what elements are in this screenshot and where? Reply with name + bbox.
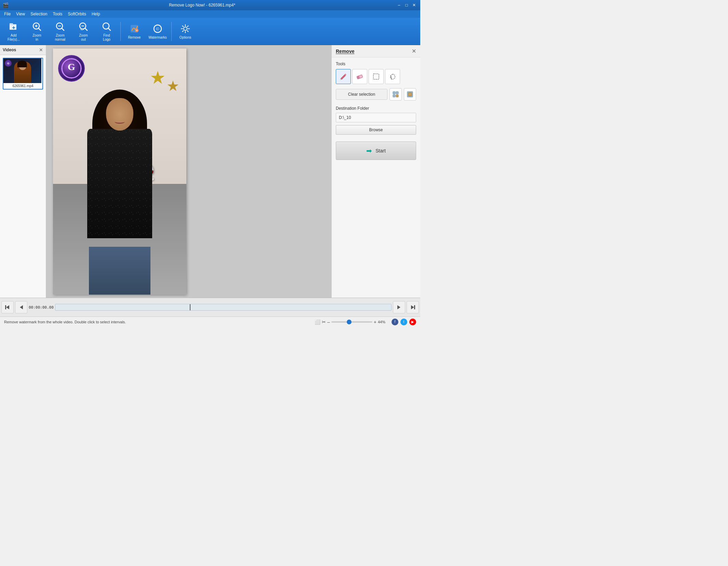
- remove-button[interactable]: Remove: [123, 20, 145, 43]
- maximize-button[interactable]: □: [403, 2, 410, 8]
- options-icon: [180, 23, 191, 34]
- zoom-controls: ⬜ ✂ – + 44%: [315, 319, 389, 325]
- statusbar-right: ⬜ ✂ – + 44% f t ▶: [315, 319, 416, 325]
- timeline-skip-forward-button[interactable]: [407, 301, 419, 313]
- svg-line-12: [85, 28, 87, 30]
- timeline-back-button[interactable]: [15, 301, 27, 313]
- options-button[interactable]: Options: [174, 20, 196, 43]
- destination-folder-input[interactable]: [336, 113, 416, 122]
- remove-panel-close-button[interactable]: ✕: [412, 48, 416, 54]
- tools-row: [336, 69, 416, 84]
- timeline-timecode: 00:00:00.00: [29, 305, 54, 310]
- video-filename: 6265961.mp4: [3, 83, 42, 89]
- zoom-rect-button[interactable]: ✂: [322, 319, 326, 325]
- svg-rect-32: [396, 92, 398, 94]
- svg-rect-41: [414, 305, 415, 309]
- select-mode-1-button[interactable]: [389, 88, 402, 100]
- woman-jeans: [89, 247, 150, 295]
- menu-tools[interactable]: Tools: [50, 11, 65, 17]
- twitter-icon[interactable]: t: [400, 319, 407, 325]
- svg-rect-37: [5, 305, 6, 309]
- zoom-out-label: Zoomout: [79, 33, 88, 42]
- find-logo-label: FindLogo: [103, 33, 110, 42]
- statusbar: Remove watermark from the whole video. D…: [0, 316, 420, 327]
- titlebar: 🎬 Remove Logo Now! - 6265961.mp4* – □ ✕: [0, 0, 420, 10]
- sidebar-title: Videos: [3, 48, 16, 52]
- svg-text:G: G: [68, 61, 75, 72]
- statusbar-left: Remove watermark from the whole video. D…: [4, 320, 126, 324]
- remove-icon: [129, 23, 140, 34]
- zoom-in-icon: [31, 21, 42, 32]
- zoom-selector-button[interactable]: ⬜: [315, 319, 320, 325]
- find-logo-button[interactable]: FindLogo: [96, 20, 118, 43]
- zoom-thumb: [347, 320, 352, 324]
- zoom-out-icon: [78, 21, 89, 32]
- svg-marker-38: [6, 305, 9, 309]
- add-files-icon: [8, 21, 19, 32]
- zoom-out-button[interactable]: Zoomout: [72, 20, 94, 43]
- menu-view[interactable]: View: [13, 11, 28, 17]
- zoom-slider[interactable]: [331, 321, 372, 323]
- remove-panel-title: Remove: [336, 49, 354, 54]
- youtube-icon[interactable]: ▶: [409, 319, 416, 325]
- svg-rect-33: [393, 95, 395, 97]
- svg-rect-0: [10, 24, 16, 30]
- toolbar-separator-2: [171, 22, 172, 41]
- timeline: 00:00:00.00: [0, 298, 420, 316]
- timeline-cursor: [190, 304, 190, 310]
- svg-rect-31: [393, 92, 395, 94]
- close-button[interactable]: ✕: [411, 2, 418, 8]
- video-thumbnail[interactable]: G 6265961.mp4: [3, 58, 43, 90]
- rect-selection-button[interactable]: [369, 69, 384, 84]
- zoom-out-status-button[interactable]: –: [327, 319, 330, 325]
- window-controls: – □ ✕: [396, 2, 418, 8]
- videos-sidebar: Videos ✕ G 6265961.mp4: [0, 45, 46, 298]
- pencil-tool-button[interactable]: [336, 69, 351, 84]
- sidebar-header: Videos ✕: [0, 45, 46, 55]
- sidebar-close-button[interactable]: ✕: [39, 47, 43, 53]
- remove-label: Remove: [128, 36, 141, 39]
- selection-row: Clear selection: [336, 88, 416, 100]
- timeline-bar[interactable]: [55, 304, 392, 311]
- select-mode-2-button[interactable]: [404, 88, 416, 100]
- svg-line-5: [38, 28, 41, 30]
- svg-marker-39: [20, 305, 23, 309]
- facebook-icon[interactable]: f: [392, 319, 398, 325]
- timeline-skip-back-button[interactable]: [1, 301, 14, 313]
- status-message: Remove watermark from the whole video. D…: [4, 320, 126, 324]
- zoom-normal-button[interactable]: Zoomnormal: [49, 20, 71, 43]
- timeline-forward-button[interactable]: [393, 301, 405, 313]
- app-icon: 🎬: [3, 2, 9, 8]
- watermarks-label: Watermarks: [148, 36, 167, 39]
- zoom-in-label: Zoomin: [32, 33, 41, 42]
- browse-button[interactable]: Browse: [336, 125, 416, 135]
- svg-rect-34: [396, 95, 398, 97]
- menu-file[interactable]: File: [1, 11, 13, 17]
- remove-panel-content: Tools: [332, 57, 420, 298]
- menu-help[interactable]: Help: [89, 11, 103, 17]
- remove-panel-header: Remove ✕: [332, 45, 420, 57]
- minimize-button[interactable]: –: [396, 2, 402, 8]
- menubar: File View Selection Tools SoftOrbits Hel…: [0, 10, 420, 18]
- options-label: Options: [180, 36, 191, 39]
- canvas-area[interactable]: ★ ★ 🍷 G: [46, 45, 331, 298]
- start-button[interactable]: ➡ Start: [336, 142, 416, 160]
- star-decoration-left: ★: [150, 67, 166, 88]
- start-arrow-icon: ➡: [366, 147, 372, 155]
- menu-selection[interactable]: Selection: [28, 11, 50, 17]
- svg-point-23: [184, 27, 187, 30]
- zoom-in-status-button[interactable]: +: [374, 319, 376, 325]
- eraser-tool-button[interactable]: [352, 69, 367, 84]
- clear-selection-button[interactable]: Clear selection: [336, 89, 387, 100]
- svg-marker-40: [397, 305, 400, 309]
- destination-section: Destination Folder Browse: [336, 106, 416, 135]
- svg-line-9: [62, 28, 64, 30]
- watermarks-button[interactable]: © Watermarks: [147, 20, 169, 43]
- menu-softorbits[interactable]: SoftOrbits: [65, 11, 89, 17]
- zoom-level-label: 44%: [378, 320, 389, 324]
- add-files-button[interactable]: AddFile(s)...: [3, 20, 25, 43]
- zoom-in-button[interactable]: Zoomin: [26, 20, 48, 43]
- svg-text:©: ©: [156, 26, 159, 31]
- lasso-tool-button[interactable]: [385, 69, 400, 84]
- video-thumb-image: G: [3, 58, 41, 83]
